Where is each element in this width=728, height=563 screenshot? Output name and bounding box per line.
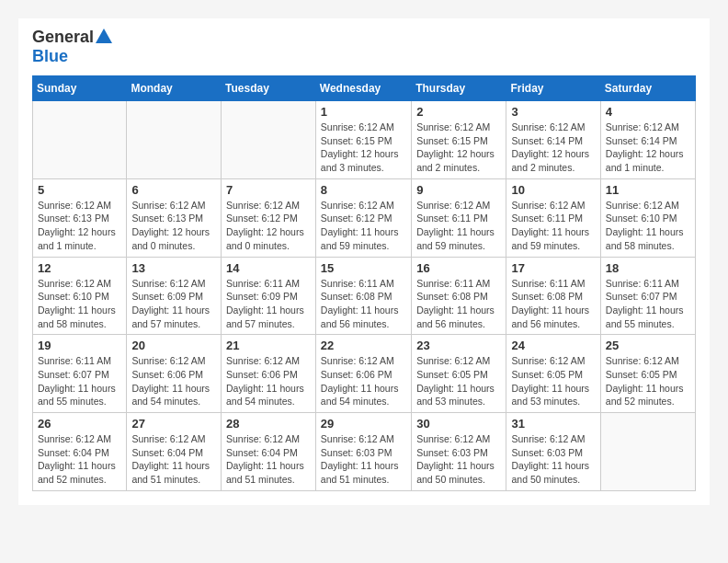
day-info: Sunrise: 6:12 AM Sunset: 6:12 PM Dayligh… bbox=[321, 199, 406, 253]
calendar-cell: 28Sunrise: 6:12 AM Sunset: 6:04 PM Dayli… bbox=[222, 413, 316, 491]
weekday-header-row: SundayMondayTuesdayWednesdayThursdayFrid… bbox=[33, 76, 696, 101]
day-info: Sunrise: 6:12 AM Sunset: 6:11 PM Dayligh… bbox=[416, 199, 501, 253]
header: General Blue bbox=[32, 28, 696, 66]
day-info: Sunrise: 6:12 AM Sunset: 6:10 PM Dayligh… bbox=[38, 277, 121, 331]
logo-blue-text: Blue bbox=[32, 47, 68, 65]
day-info: Sunrise: 6:12 AM Sunset: 6:06 PM Dayligh… bbox=[226, 354, 311, 408]
day-number: 22 bbox=[321, 339, 406, 352]
calendar-cell: 19Sunrise: 6:11 AM Sunset: 6:07 PM Dayli… bbox=[33, 335, 127, 413]
calendar-cell: 16Sunrise: 6:11 AM Sunset: 6:08 PM Dayli… bbox=[412, 257, 506, 335]
calendar-cell: 3Sunrise: 6:12 AM Sunset: 6:14 PM Daylig… bbox=[506, 101, 600, 179]
day-number: 31 bbox=[511, 417, 595, 431]
calendar-cell: 8Sunrise: 6:12 AM Sunset: 6:12 PM Daylig… bbox=[315, 178, 411, 257]
calendar-cell: 25Sunrise: 6:12 AM Sunset: 6:05 PM Dayli… bbox=[600, 335, 695, 413]
day-info: Sunrise: 6:12 AM Sunset: 6:05 PM Dayligh… bbox=[606, 354, 690, 408]
day-number: 4 bbox=[606, 105, 690, 119]
day-info: Sunrise: 6:12 AM Sunset: 6:03 PM Dayligh… bbox=[511, 432, 595, 487]
day-info: Sunrise: 6:12 AM Sunset: 6:09 PM Dayligh… bbox=[131, 277, 216, 331]
calendar-cell: 1Sunrise: 6:12 AM Sunset: 6:15 PM Daylig… bbox=[315, 101, 411, 179]
calendar-cell: 15Sunrise: 6:11 AM Sunset: 6:08 PM Dayli… bbox=[315, 257, 411, 335]
calendar-cell: 10Sunrise: 6:12 AM Sunset: 6:11 PM Dayli… bbox=[506, 178, 600, 257]
calendar-cell: 11Sunrise: 6:12 AM Sunset: 6:10 PM Dayli… bbox=[600, 178, 695, 257]
day-number: 19 bbox=[38, 339, 121, 352]
day-number: 14 bbox=[226, 261, 311, 275]
day-info: Sunrise: 6:12 AM Sunset: 6:11 PM Dayligh… bbox=[511, 199, 595, 253]
calendar-cell: 26Sunrise: 6:12 AM Sunset: 6:04 PM Dayli… bbox=[33, 413, 127, 491]
day-info: Sunrise: 6:11 AM Sunset: 6:07 PM Dayligh… bbox=[606, 277, 690, 331]
calendar-cell: 24Sunrise: 6:12 AM Sunset: 6:05 PM Dayli… bbox=[506, 335, 600, 413]
day-number: 28 bbox=[226, 417, 311, 431]
calendar-cell bbox=[127, 101, 222, 179]
day-number: 7 bbox=[226, 183, 311, 197]
calendar-table: SundayMondayTuesdayWednesdayThursdayFrid… bbox=[32, 75, 696, 491]
day-number: 13 bbox=[131, 261, 216, 275]
day-info: Sunrise: 6:12 AM Sunset: 6:04 PM Dayligh… bbox=[226, 432, 311, 487]
calendar-cell: 6Sunrise: 6:12 AM Sunset: 6:13 PM Daylig… bbox=[127, 178, 222, 257]
logo: General Blue bbox=[32, 28, 112, 66]
calendar-cell: 5Sunrise: 6:12 AM Sunset: 6:13 PM Daylig… bbox=[33, 178, 127, 257]
calendar-week-row: 19Sunrise: 6:11 AM Sunset: 6:07 PM Dayli… bbox=[33, 335, 696, 413]
day-number: 5 bbox=[38, 183, 121, 197]
weekday-header-sunday: Sunday bbox=[33, 76, 127, 101]
logo-general-text: General bbox=[32, 28, 94, 47]
calendar-week-row: 26Sunrise: 6:12 AM Sunset: 6:04 PM Dayli… bbox=[33, 413, 696, 491]
calendar-cell: 14Sunrise: 6:11 AM Sunset: 6:09 PM Dayli… bbox=[222, 257, 316, 335]
day-info: Sunrise: 6:12 AM Sunset: 6:06 PM Dayligh… bbox=[131, 354, 216, 408]
weekday-header-tuesday: Tuesday bbox=[222, 76, 316, 101]
day-info: Sunrise: 6:11 AM Sunset: 6:08 PM Dayligh… bbox=[416, 277, 501, 331]
day-info: Sunrise: 6:12 AM Sunset: 6:10 PM Dayligh… bbox=[606, 199, 690, 253]
day-info: Sunrise: 6:12 AM Sunset: 6:04 PM Dayligh… bbox=[131, 432, 216, 487]
calendar-cell: 20Sunrise: 6:12 AM Sunset: 6:06 PM Dayli… bbox=[127, 335, 222, 413]
calendar-week-row: 12Sunrise: 6:12 AM Sunset: 6:10 PM Dayli… bbox=[33, 257, 696, 335]
calendar-cell: 4Sunrise: 6:12 AM Sunset: 6:14 PM Daylig… bbox=[600, 101, 695, 179]
day-info: Sunrise: 6:12 AM Sunset: 6:04 PM Dayligh… bbox=[38, 432, 121, 487]
day-number: 9 bbox=[416, 183, 501, 197]
day-number: 3 bbox=[511, 105, 595, 119]
calendar-cell: 18Sunrise: 6:11 AM Sunset: 6:07 PM Dayli… bbox=[600, 257, 695, 335]
day-info: Sunrise: 6:12 AM Sunset: 6:14 PM Dayligh… bbox=[606, 121, 690, 175]
weekday-header-saturday: Saturday bbox=[600, 76, 695, 101]
calendar-cell: 21Sunrise: 6:12 AM Sunset: 6:06 PM Dayli… bbox=[222, 335, 316, 413]
day-number: 23 bbox=[416, 339, 501, 352]
weekday-header-wednesday: Wednesday bbox=[315, 76, 411, 101]
day-info: Sunrise: 6:11 AM Sunset: 6:08 PM Dayligh… bbox=[511, 277, 595, 331]
calendar-cell: 13Sunrise: 6:12 AM Sunset: 6:09 PM Dayli… bbox=[127, 257, 222, 335]
day-info: Sunrise: 6:12 AM Sunset: 6:05 PM Dayligh… bbox=[416, 354, 501, 408]
day-info: Sunrise: 6:11 AM Sunset: 6:08 PM Dayligh… bbox=[321, 277, 406, 331]
logo-icon bbox=[96, 29, 112, 43]
day-number: 20 bbox=[131, 339, 216, 352]
calendar-cell bbox=[600, 413, 695, 491]
day-info: Sunrise: 6:11 AM Sunset: 6:07 PM Dayligh… bbox=[38, 354, 121, 408]
day-number: 24 bbox=[511, 339, 595, 352]
day-info: Sunrise: 6:12 AM Sunset: 6:13 PM Dayligh… bbox=[38, 199, 121, 253]
calendar-week-row: 5Sunrise: 6:12 AM Sunset: 6:13 PM Daylig… bbox=[33, 178, 696, 257]
day-number: 16 bbox=[416, 261, 501, 275]
day-info: Sunrise: 6:12 AM Sunset: 6:14 PM Dayligh… bbox=[511, 121, 595, 175]
calendar-cell: 29Sunrise: 6:12 AM Sunset: 6:03 PM Dayli… bbox=[315, 413, 411, 491]
day-info: Sunrise: 6:12 AM Sunset: 6:13 PM Dayligh… bbox=[131, 199, 216, 253]
calendar-cell bbox=[222, 101, 316, 179]
day-number: 10 bbox=[511, 183, 595, 197]
day-info: Sunrise: 6:12 AM Sunset: 6:15 PM Dayligh… bbox=[321, 121, 406, 175]
day-number: 29 bbox=[321, 417, 406, 431]
weekday-header-thursday: Thursday bbox=[412, 76, 506, 101]
weekday-header-friday: Friday bbox=[506, 76, 600, 101]
day-number: 27 bbox=[131, 417, 216, 431]
day-info: Sunrise: 6:12 AM Sunset: 6:15 PM Dayligh… bbox=[416, 121, 501, 175]
day-info: Sunrise: 6:12 AM Sunset: 6:05 PM Dayligh… bbox=[511, 354, 595, 408]
calendar-cell: 30Sunrise: 6:12 AM Sunset: 6:03 PM Dayli… bbox=[412, 413, 506, 491]
day-number: 6 bbox=[131, 183, 216, 197]
calendar-cell: 2Sunrise: 6:12 AM Sunset: 6:15 PM Daylig… bbox=[412, 101, 506, 179]
main-container: General Blue SundayMondayTuesdayWednesda… bbox=[18, 18, 710, 505]
day-info: Sunrise: 6:12 AM Sunset: 6:12 PM Dayligh… bbox=[226, 199, 311, 253]
day-info: Sunrise: 6:11 AM Sunset: 6:09 PM Dayligh… bbox=[226, 277, 311, 331]
day-number: 25 bbox=[606, 339, 690, 352]
day-info: Sunrise: 6:12 AM Sunset: 6:03 PM Dayligh… bbox=[321, 432, 406, 487]
calendar-cell: 31Sunrise: 6:12 AM Sunset: 6:03 PM Dayli… bbox=[506, 413, 600, 491]
calendar-cell: 12Sunrise: 6:12 AM Sunset: 6:10 PM Dayli… bbox=[33, 257, 127, 335]
day-number: 17 bbox=[511, 261, 595, 275]
day-number: 1 bbox=[321, 105, 406, 119]
calendar-cell: 23Sunrise: 6:12 AM Sunset: 6:05 PM Dayli… bbox=[412, 335, 506, 413]
day-number: 18 bbox=[606, 261, 690, 275]
day-info: Sunrise: 6:12 AM Sunset: 6:03 PM Dayligh… bbox=[416, 432, 501, 487]
